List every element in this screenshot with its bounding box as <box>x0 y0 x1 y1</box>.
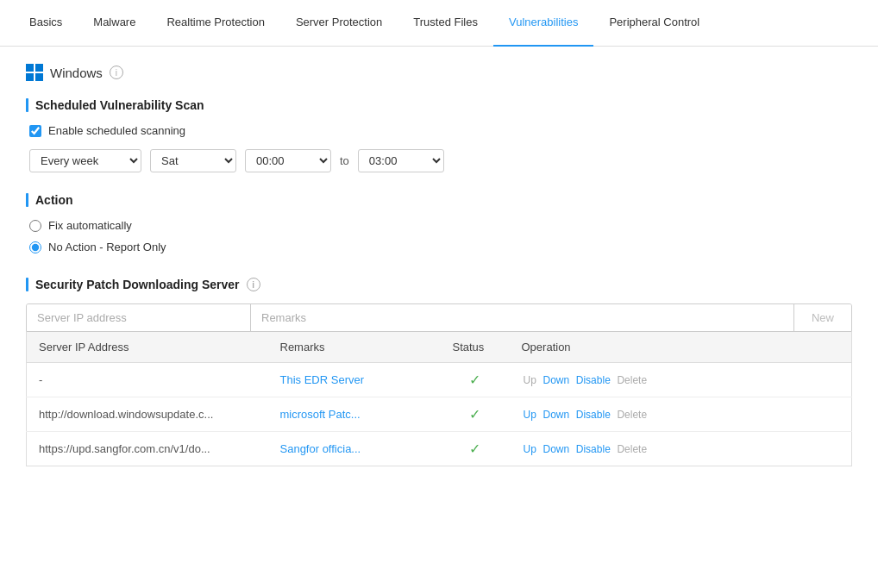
patch-section: Security Patch Downloading Server i New … <box>26 278 852 466</box>
col-header-remarks: Remarks <box>268 332 441 363</box>
schedule-row: Every week Every day Every month Sat Sun… <box>29 149 852 172</box>
status-cell: ✓ <box>441 432 510 466</box>
no-action-label: No Action - Report Only <box>48 241 166 253</box>
op-up-button[interactable]: Up <box>522 443 538 455</box>
nav-vulnerabilities[interactable]: Vulnerabilities <box>493 0 593 47</box>
nav-peripheral-control[interactable]: Peripheral Control <box>593 0 715 47</box>
patch-section-header: Security Patch Downloading Server i <box>26 278 852 291</box>
check-icon: ✓ <box>469 372 480 387</box>
nav-server-protection[interactable]: Server Protection <box>280 0 398 47</box>
operation-cell: Up Down Disable Delete <box>510 363 852 397</box>
operation-cell: Up Down Disable Delete <box>510 432 852 466</box>
col-header-status: Status <box>441 332 510 363</box>
operation-cell: Up Down Disable Delete <box>510 397 852 432</box>
enable-scanning-row: Enable scheduled scanning <box>29 124 852 137</box>
scheduled-scan-header: Scheduled Vulnerability Scan <box>26 98 852 112</box>
section-bar-patch <box>26 278 28 291</box>
action-title: Action <box>35 193 73 207</box>
windows-icon <box>26 64 43 81</box>
op-delete-button[interactable]: Delete <box>615 374 649 386</box>
status-cell: ✓ <box>441 397 510 432</box>
patch-table: Server IP Address Remarks Status Operati… <box>26 332 852 466</box>
windows-label: Windows <box>50 66 103 80</box>
remarks-cell: This EDR Server <box>268 363 441 397</box>
check-icon: ✓ <box>469 441 480 456</box>
top-navigation: Basics Malware Realtime Protection Serve… <box>0 0 878 47</box>
fix-auto-row: Fix automatically <box>29 219 852 232</box>
table-header-row: Server IP Address Remarks Status Operati… <box>27 332 852 363</box>
fix-auto-label: Fix automatically <box>48 219 132 232</box>
op-up-button[interactable]: Up <box>522 409 538 421</box>
server-ip-input[interactable] <box>27 304 251 331</box>
nav-malware[interactable]: Malware <box>78 0 151 47</box>
patch-info-icon[interactable]: i <box>247 278 260 291</box>
nav-realtime-protection[interactable]: Realtime Protection <box>151 0 279 47</box>
main-content: Windows i Scheduled Vulnerability Scan E… <box>0 47 878 484</box>
col-header-operation: Operation <box>510 332 852 363</box>
op-delete-button[interactable]: Delete <box>615 409 649 421</box>
no-action-row: No Action - Report Only <box>29 241 852 253</box>
enable-scanning-label: Enable scheduled scanning <box>48 124 185 137</box>
new-button[interactable]: New <box>793 304 851 331</box>
action-radio-group: Fix automatically No Action - Report Onl… <box>29 219 852 253</box>
op-down-button[interactable]: Down <box>541 409 571 421</box>
op-delete-button[interactable]: Delete <box>615 443 649 455</box>
enable-scanning-checkbox[interactable] <box>29 125 41 137</box>
scheduled-scan-section: Scheduled Vulnerability Scan Enable sche… <box>26 98 852 172</box>
remarks-input[interactable] <box>251 304 793 331</box>
no-action-radio[interactable] <box>29 241 41 253</box>
table-row: http://download.windowsupdate.c...micros… <box>27 397 852 432</box>
ip-cell: http://download.windowsupdate.c... <box>27 397 268 432</box>
patch-input-row: New <box>26 303 852 332</box>
windows-info-icon[interactable]: i <box>110 66 123 79</box>
remarks-cell: microsoft Patc... <box>268 397 441 432</box>
action-section: Action Fix automatically No Action - Rep… <box>26 193 852 253</box>
op-disable-button[interactable]: Disable <box>574 409 612 421</box>
op-disable-button[interactable]: Disable <box>574 374 612 386</box>
table-row: https://upd.sangfor.com.cn/v1/do...Sangf… <box>27 432 852 466</box>
status-cell: ✓ <box>441 363 510 397</box>
day-select[interactable]: Sat Sun Mon Tue Wed Thu Fri <box>150 149 236 172</box>
patch-title: Security Patch Downloading Server <box>35 278 240 291</box>
remarks-cell: Sangfor officia... <box>268 432 441 466</box>
ip-cell: - <box>27 363 268 397</box>
action-header: Action <box>26 193 852 207</box>
frequency-select[interactable]: Every week Every day Every month <box>29 149 141 172</box>
ip-cell: https://upd.sangfor.com.cn/v1/do... <box>27 432 268 466</box>
op-disable-button[interactable]: Disable <box>574 443 612 455</box>
op-down-button[interactable]: Down <box>541 374 571 386</box>
op-up-button: Up <box>522 374 538 386</box>
col-header-server: Server IP Address <box>27 332 268 363</box>
scheduled-scan-title: Scheduled Vulnerability Scan <box>35 98 204 112</box>
table-row: -This EDR Server✓Up Down Disable Delete <box>27 363 852 397</box>
section-bar <box>26 98 28 112</box>
check-icon: ✓ <box>469 407 480 422</box>
section-bar-action <box>26 193 28 207</box>
fix-auto-radio[interactable] <box>29 220 41 232</box>
time-end-select[interactable]: 03:00 04:00 05:00 06:00 <box>358 149 444 172</box>
windows-header: Windows i <box>26 64 852 81</box>
to-label: to <box>340 154 349 167</box>
nav-trusted-files[interactable]: Trusted Files <box>398 0 493 47</box>
time-start-select[interactable]: 00:00 01:00 02:00 03:00 <box>245 149 331 172</box>
op-down-button[interactable]: Down <box>541 443 571 455</box>
nav-basics[interactable]: Basics <box>14 0 78 47</box>
